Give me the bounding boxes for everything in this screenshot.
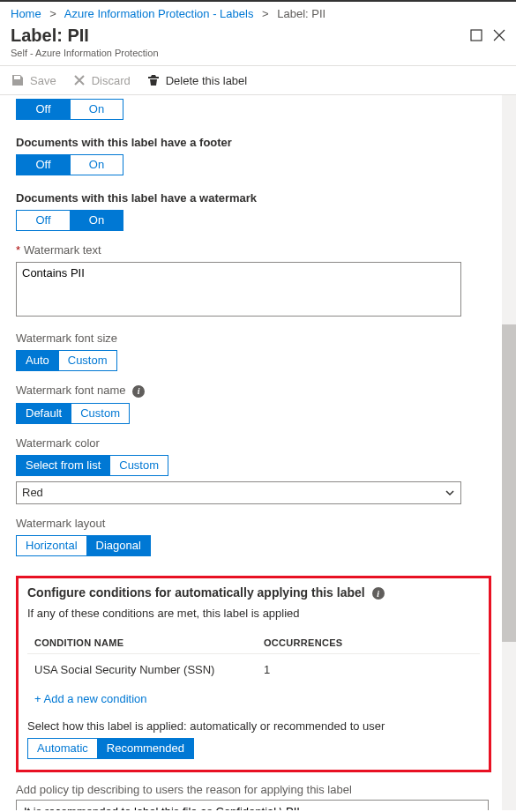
delete-label-text: Delete this label bbox=[166, 74, 248, 87]
footer-toggle[interactable]: Off On bbox=[16, 154, 123, 175]
header-toggle[interactable]: Off On bbox=[16, 99, 123, 120]
footer-toggle-label: Documents with this label have a footer bbox=[16, 136, 491, 149]
scrollbar-track[interactable] bbox=[502, 95, 516, 810]
header-on-option[interactable]: On bbox=[70, 100, 123, 119]
apply-mode-toggle[interactable]: Automatic Recommended bbox=[27, 738, 194, 759]
conditions-table: CONDITION NAME OCCURRENCES USA Social Se… bbox=[27, 632, 480, 685]
table-row[interactable]: USA Social Security Number (SSN) 1 bbox=[27, 653, 480, 685]
info-icon[interactable]: i bbox=[132, 385, 145, 398]
chevron-right-icon: > bbox=[262, 7, 269, 20]
watermark-color-value: Red bbox=[22, 486, 43, 499]
condition-occurrences-cell: 1 bbox=[264, 663, 473, 676]
conditions-title: Configure conditions for automatically a… bbox=[27, 585, 365, 600]
apply-mode-label: Select how this label is applied: automa… bbox=[27, 719, 480, 733]
policy-tip-label: Add policy tip describing to users the r… bbox=[16, 783, 491, 796]
font-name-custom-option[interactable]: Custom bbox=[71, 404, 129, 423]
apply-recommended-option[interactable]: Recommended bbox=[97, 739, 193, 758]
command-bar: Save Discard Delete this label bbox=[0, 66, 516, 95]
color-source-toggle[interactable]: Select from list Custom bbox=[16, 455, 168, 476]
save-label: Save bbox=[30, 74, 56, 87]
breadcrumb: Home > Azure Information Protection - La… bbox=[0, 2, 516, 24]
condition-name-cell: USA Social Security Number (SSN) bbox=[34, 663, 264, 676]
save-button[interactable]: Save bbox=[11, 73, 56, 87]
layout-toggle[interactable]: Horizontal Diagonal bbox=[16, 535, 151, 556]
chevron-down-icon bbox=[445, 488, 455, 498]
footer-off-option[interactable]: Off bbox=[17, 155, 70, 175]
breadcrumb-parent[interactable]: Azure Information Protection - Labels bbox=[64, 7, 254, 20]
discard-button[interactable]: Discard bbox=[72, 73, 131, 87]
font-size-toggle[interactable]: Auto Custom bbox=[16, 350, 117, 371]
scrollbar-thumb[interactable] bbox=[502, 324, 516, 642]
col-occurrences: OCCURRENCES bbox=[264, 637, 473, 648]
page-title: Label: PII bbox=[11, 26, 470, 46]
watermark-color-select[interactable]: Red bbox=[16, 481, 461, 504]
color-list-option[interactable]: Select from list bbox=[17, 456, 109, 475]
watermark-color-label: Watermark color bbox=[16, 436, 491, 450]
header-off-option[interactable]: Off bbox=[17, 100, 70, 119]
maximize-icon[interactable] bbox=[470, 29, 482, 44]
watermark-off-option[interactable]: Off bbox=[17, 211, 70, 230]
page-subtitle: Self - Azure Information Protection bbox=[11, 48, 470, 58]
required-indicator: * bbox=[16, 243, 20, 257]
watermark-text-input[interactable] bbox=[16, 262, 461, 317]
conditions-subtitle: If any of these conditions are met, this… bbox=[27, 607, 480, 620]
watermark-font-size-label: Watermark font size bbox=[16, 332, 491, 345]
close-icon[interactable] bbox=[493, 29, 505, 44]
watermark-layout-label: Watermark layout bbox=[16, 517, 491, 530]
delete-label-button[interactable]: Delete this label bbox=[146, 73, 248, 87]
layout-diagonal-option[interactable]: Diagonal bbox=[86, 536, 150, 555]
conditions-section: Configure conditions for automatically a… bbox=[16, 576, 491, 773]
col-condition-name: CONDITION NAME bbox=[34, 637, 264, 648]
info-icon[interactable]: i bbox=[372, 587, 385, 600]
font-name-toggle[interactable]: Default Custom bbox=[16, 403, 130, 424]
apply-automatic-option[interactable]: Automatic bbox=[28, 739, 97, 758]
font-size-auto-option[interactable]: Auto bbox=[17, 351, 58, 370]
add-condition-link[interactable]: + Add a new condition bbox=[27, 685, 480, 712]
chevron-right-icon: > bbox=[49, 7, 56, 20]
watermark-text-label: *Watermark text bbox=[16, 243, 491, 257]
header-toggle-label: Documents with this label have a header bbox=[16, 95, 491, 99]
breadcrumb-current: Label: PII bbox=[277, 7, 325, 20]
discard-label: Discard bbox=[92, 74, 131, 87]
watermark-font-name-label: Watermark font name i bbox=[16, 384, 491, 398]
layout-horizontal-option[interactable]: Horizontal bbox=[17, 536, 86, 555]
font-size-custom-option[interactable]: Custom bbox=[58, 351, 116, 370]
font-name-default-option[interactable]: Default bbox=[17, 404, 71, 423]
watermark-on-option[interactable]: On bbox=[70, 211, 123, 230]
svg-rect-0 bbox=[471, 30, 482, 41]
watermark-toggle-label: Documents with this label have a waterma… bbox=[16, 191, 491, 205]
policy-tip-input[interactable] bbox=[16, 800, 489, 810]
breadcrumb-home[interactable]: Home bbox=[11, 7, 41, 20]
watermark-toggle[interactable]: Off On bbox=[16, 210, 123, 231]
footer-on-option[interactable]: On bbox=[70, 155, 123, 175]
color-custom-option[interactable]: Custom bbox=[109, 456, 168, 475]
